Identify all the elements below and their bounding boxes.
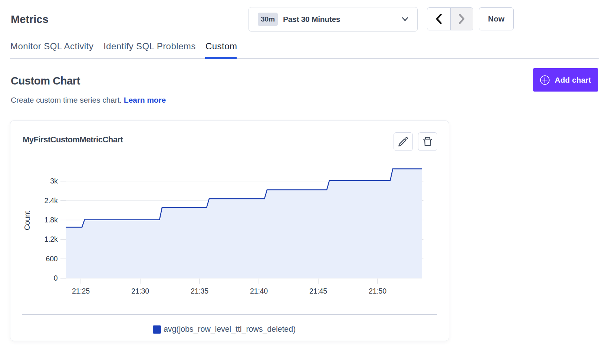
svg-text:21:45: 21:45 (309, 287, 327, 295)
svg-text:1.8k: 1.8k (44, 216, 58, 224)
svg-text:Count: Count (23, 211, 31, 230)
svg-text:3k: 3k (50, 177, 58, 185)
svg-text:1.2k: 1.2k (44, 235, 58, 243)
svg-text:21:35: 21:35 (191, 287, 208, 295)
svg-text:600: 600 (46, 255, 58, 263)
svg-text:2.4k: 2.4k (44, 196, 58, 205)
svg-text:21:25: 21:25 (72, 287, 90, 295)
svg-text:21:40: 21:40 (250, 287, 268, 295)
svg-text:21:30: 21:30 (131, 287, 149, 295)
svg-text:21:50: 21:50 (369, 287, 386, 295)
svg-text:0: 0 (54, 274, 58, 282)
